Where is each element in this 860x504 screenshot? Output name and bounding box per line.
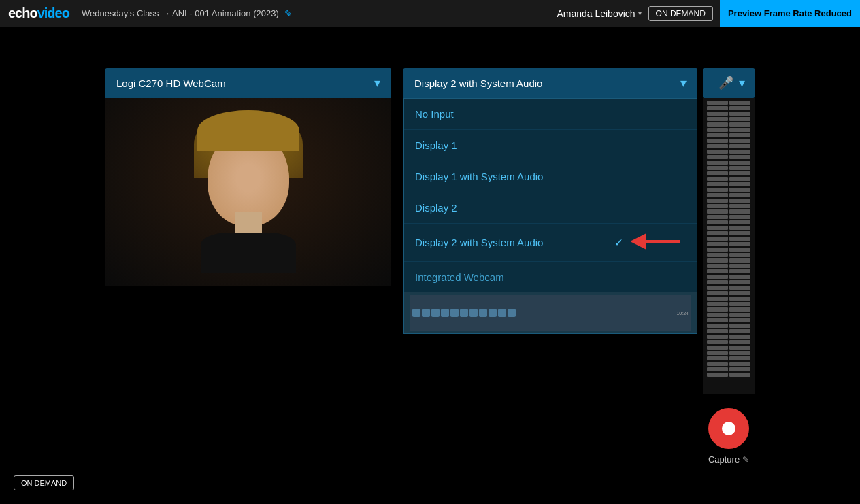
- taskbar-icon: [498, 309, 506, 317]
- red-arrow-icon: [631, 233, 686, 250]
- meter-row: [707, 166, 750, 170]
- meter-row: [707, 133, 750, 137]
- webcam-chevron-icon[interactable]: ▾: [374, 75, 380, 90]
- display-option-display1[interactable]: Display 1: [404, 130, 697, 161]
- display-option-integrated-webcam[interactable]: Integrated Webcam: [404, 262, 697, 292]
- user-chevron-icon: ▾: [638, 10, 642, 17]
- taskbar-icon: [479, 309, 487, 317]
- meter-row: [707, 302, 750, 306]
- webcam-preview: [105, 98, 391, 286]
- on-demand-button[interactable]: ON DEMAND: [648, 6, 713, 21]
- arrow-indicator: [631, 233, 686, 252]
- meter-row: [707, 318, 750, 322]
- meter-row: [707, 275, 750, 279]
- main-area: Logi C270 HD WebCam ▾ Display 2 with Sys…: [0, 27, 860, 504]
- meter-row: [707, 101, 750, 105]
- taskbar-icon: [469, 309, 478, 317]
- webcam-title: Logi C270 HD WebCam: [116, 78, 226, 89]
- audio-chevron-icon[interactable]: ▾: [739, 75, 745, 90]
- meter-row: [707, 188, 750, 192]
- preview-notice: Preview Frame Rate Reduced: [720, 0, 860, 27]
- display-option-no-input[interactable]: No Input: [404, 99, 697, 130]
- meter-row: [707, 362, 750, 366]
- webcam-header: Logi C270 HD WebCam ▾: [105, 68, 391, 98]
- meter-row: [707, 286, 750, 290]
- meter-row: [707, 329, 750, 333]
- meter-row: [707, 117, 750, 121]
- meter-row: [707, 264, 750, 268]
- meter-row: [707, 112, 750, 116]
- audio-controls: 🎤 ▾: [703, 68, 755, 98]
- logo: echovideo: [8, 5, 69, 21]
- user-name[interactable]: Amanda Leibovich ▾: [557, 8, 641, 19]
- display-chevron-icon[interactable]: ▾: [680, 75, 687, 90]
- capture-button[interactable]: [708, 408, 749, 449]
- taskbar-icon: [412, 309, 420, 317]
- meter-row: [707, 144, 750, 148]
- meter-row: [707, 171, 750, 175]
- meter-row: [707, 226, 750, 230]
- meter-row: [707, 161, 750, 165]
- meter-row: [707, 356, 750, 360]
- meter-row: [707, 150, 750, 154]
- meter-row: [707, 193, 750, 197]
- webcam-background: [105, 98, 391, 286]
- meter-row: [707, 335, 750, 339]
- display-panel: Display 2 with System Audio ▾ No Input D…: [403, 68, 697, 334]
- logo-text: echovideo: [8, 5, 69, 21]
- meter-row: [707, 297, 750, 301]
- header: echovideo Wednesday's Class → ANI - 001 …: [0, 0, 860, 27]
- breadcrumb: Wednesday's Class → ANI - 001 Animation …: [82, 8, 293, 19]
- header-right: Amanda Leibovich ▾ ON DEMAND Preview Fra…: [557, 0, 852, 27]
- display-option-display2-audio[interactable]: Display 2 with System Audio ✓: [404, 224, 697, 262]
- top-hair-shape: [197, 110, 299, 151]
- meter-row: [707, 122, 750, 127]
- meter-row: [707, 269, 750, 273]
- taskbar-time: 10:24: [676, 311, 689, 316]
- meter-row: [707, 258, 750, 263]
- taskbar-icon: [489, 309, 497, 317]
- meter-row: [707, 307, 750, 312]
- meter-row: [707, 280, 750, 284]
- bottom-on-demand-badge: ON DEMAND: [14, 475, 74, 490]
- display-option-display1-audio[interactable]: Display 1 with System Audio: [404, 161, 697, 192]
- breadcrumb-text: Wednesday's Class → ANI - 001 Animation …: [82, 8, 279, 18]
- meter-row: [707, 367, 750, 371]
- taskbar-icon: [422, 309, 430, 317]
- meter-row: [707, 209, 750, 214]
- selected-checkmark-icon: ✓: [614, 236, 623, 249]
- meter-row: [707, 182, 750, 186]
- meter-row: [707, 346, 750, 350]
- audio-panel: 🎤 ▾: [703, 68, 755, 394]
- meter-row: [707, 291, 750, 295]
- capture-label: Capture ✎: [708, 454, 749, 465]
- display-option-display2[interactable]: Display 2: [404, 192, 697, 224]
- taskbar-icon: [441, 309, 449, 317]
- breadcrumb-edit-icon[interactable]: ✎: [284, 8, 293, 19]
- meter-row: [707, 139, 750, 143]
- display-header: Display 2 with System Audio ▾: [403, 68, 697, 98]
- meter-row: [707, 177, 750, 181]
- person-image: [187, 110, 310, 273]
- capture-edit-icon[interactable]: ✎: [742, 455, 749, 465]
- meter-row: [707, 215, 750, 219]
- microphone-icon[interactable]: 🎤: [713, 75, 739, 90]
- meter-row: [707, 237, 750, 241]
- display-title: Display 2 with System Audio: [414, 78, 542, 89]
- meter-row: [707, 340, 750, 344]
- taskbar-icon: [431, 309, 440, 317]
- meter-row: [707, 253, 750, 257]
- meter-row: [707, 324, 750, 328]
- taskbar-icon: [460, 309, 468, 317]
- display-preview-thumbnail: 10:24: [404, 292, 697, 333]
- meter-row: [707, 199, 750, 203]
- meter-row: [707, 248, 750, 252]
- taskbar-icon: [508, 309, 516, 317]
- meter-row: [707, 128, 750, 132]
- display-dropdown-menu: No Input Display 1 Display 1 with System…: [403, 98, 697, 334]
- meter-row: [707, 155, 750, 159]
- meter-row: [707, 106, 750, 110]
- meter-row: [707, 220, 750, 224]
- taskbar-icon: [450, 309, 459, 317]
- meter-row: [707, 373, 750, 377]
